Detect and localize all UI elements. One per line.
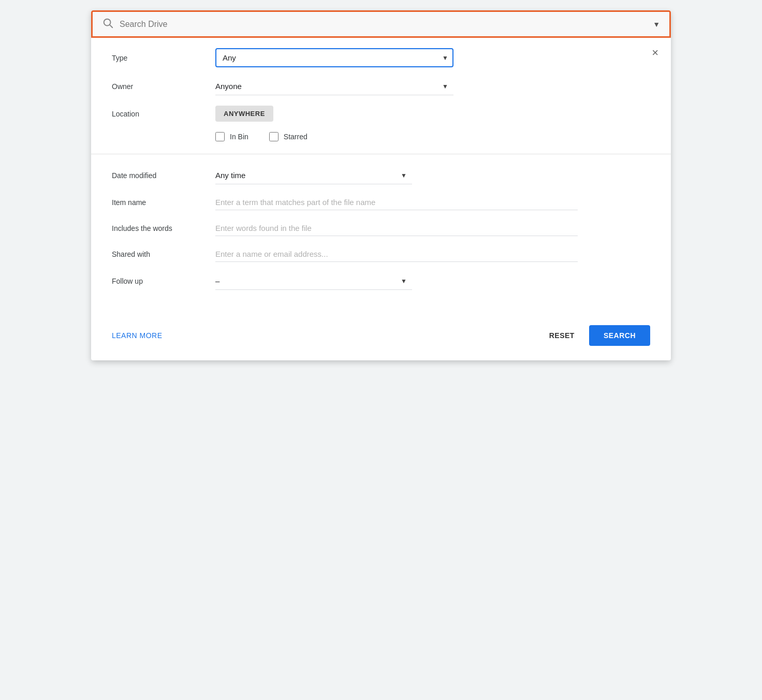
shared-with-input[interactable] <box>215 246 578 262</box>
location-anywhere-button[interactable]: ANYWHERE <box>215 106 273 122</box>
search-bar: ▼ <box>91 10 671 38</box>
owner-select-wrapper: Anyone Me Not me Specific person ▼ <box>215 78 453 95</box>
date-modified-select-wrapper: Any time Today Last 7 days Last 30 days … <box>215 167 412 184</box>
starred-label: Starred <box>284 133 307 141</box>
type-select[interactable]: Any Documents Spreadsheets Presentations… <box>215 48 453 67</box>
location-row: Location ANYWHERE <box>112 106 650 122</box>
follow-up-row: Follow up – Action items Suggestions Men… <box>112 272 650 290</box>
owner-row: Owner Anyone Me Not me Specific person ▼ <box>112 78 650 95</box>
in-bin-checkbox-label[interactable]: In Bin <box>215 132 248 141</box>
footer: LEARN MORE RESET SEARCH <box>91 313 671 360</box>
in-bin-checkbox[interactable] <box>215 132 225 141</box>
search-button[interactable]: SEARCH <box>589 325 650 346</box>
item-name-label: Item name <box>112 198 215 207</box>
svg-line-1 <box>110 25 112 27</box>
date-modified-select[interactable]: Any time Today Last 7 days Last 30 days … <box>215 167 412 184</box>
follow-up-select-wrapper: – Action items Suggestions Mentions ▼ <box>215 272 412 290</box>
owner-label: Owner <box>112 82 215 91</box>
type-select-wrapper: Any Documents Spreadsheets Presentations… <box>215 48 453 67</box>
search-dropdown-arrow-icon[interactable]: ▼ <box>653 20 660 28</box>
item-name-input[interactable] <box>215 195 578 210</box>
type-label: Type <box>112 54 215 62</box>
footer-buttons: RESET SEARCH <box>543 325 650 346</box>
type-row: Type Any Documents Spreadsheets Presenta… <box>112 48 650 67</box>
search-dialog: ▼ × Type Any Documents Spreadsheets Pres… <box>91 10 671 360</box>
item-name-row: Item name <box>112 195 650 210</box>
includes-words-row: Includes the words <box>112 221 650 236</box>
owner-select[interactable]: Anyone Me Not me Specific person <box>215 78 453 95</box>
bottom-section: Date modified Any time Today Last 7 days… <box>91 154 671 313</box>
date-modified-label: Date modified <box>112 171 215 180</box>
shared-with-row: Shared with <box>112 246 650 262</box>
shared-with-label: Shared with <box>112 250 215 258</box>
search-input[interactable] <box>120 20 647 29</box>
starred-checkbox-label[interactable]: Starred <box>269 132 307 141</box>
top-section: × Type Any Documents Spreadsheets Presen… <box>91 38 671 154</box>
location-control: ANYWHERE <box>215 106 453 122</box>
location-label: Location <box>112 110 215 118</box>
includes-words-label: Includes the words <box>112 224 215 232</box>
close-button[interactable]: × <box>652 47 658 59</box>
follow-up-label: Follow up <box>112 277 215 285</box>
date-modified-row: Date modified Any time Today Last 7 days… <box>112 167 650 184</box>
reset-button[interactable]: RESET <box>543 327 581 344</box>
follow-up-select[interactable]: – Action items Suggestions Mentions <box>215 272 412 290</box>
in-bin-label: In Bin <box>230 133 248 141</box>
includes-words-input[interactable] <box>215 221 578 236</box>
search-icon <box>102 17 113 31</box>
starred-checkbox[interactable] <box>269 132 279 141</box>
checkbox-row: In Bin Starred <box>215 132 650 141</box>
learn-more-link[interactable]: LEARN MORE <box>112 331 163 340</box>
